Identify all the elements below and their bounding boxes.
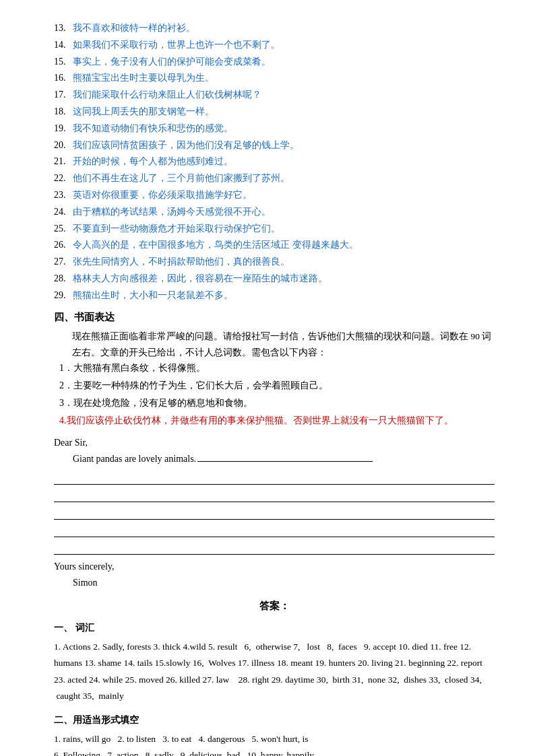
letter-first-line: Giant pandas are lovely animals. <box>73 451 495 467</box>
section4-title: 四、书面表达 <box>54 309 495 327</box>
line-29: 29. 熊猫出生时，大小和一只老鼠差不多。 <box>54 287 495 304</box>
section1-content: 1. Actions 2. Sadly, forests 3. thick 4.… <box>54 639 495 704</box>
letter-section: Dear Sir, Giant pandas are lovely animal… <box>54 435 495 590</box>
prompt-item-4: 4.我们应该停止砍伐竹林，并做些有用的事来保护熊猫。否则世界上就没有一只大熊猫留… <box>59 413 495 429</box>
line-21: 21. 开始的时候，每个人都为他感到难过。 <box>54 153 495 170</box>
section2-title: 二、用适当形式填空 <box>54 712 495 728</box>
line-17: 17. 我们能采取什么行动来阻止人们砍伐树林呢？ <box>54 87 495 103</box>
line-22: 22. 他们不再生在这儿了，三个月前他们家搬到了苏州。 <box>54 170 495 186</box>
page-container: 13. 我不喜欢和彼特一样的衬衫。 14. 如果我们不采取行动，世界上也许一个也… <box>54 20 495 756</box>
line-16: 16. 熊猫宝宝出生时主要以母乳为生。 <box>54 70 495 86</box>
letter-opening: Dear Sir, <box>54 435 495 451</box>
letter-line-4 <box>54 524 495 537</box>
prompt-item-3: 3．现在处境危险，没有足够的栖息地和食物。 <box>59 395 495 411</box>
prompt-item-1: 1．大熊猫有黑白条纹，长得像熊。 <box>59 360 495 376</box>
line-18: 18. 这同我上周丢失的那支钢笔一样。 <box>54 104 495 120</box>
line-19: 19. 我不知道动物们有快乐和悲伤的感觉。 <box>54 121 495 137</box>
line-28: 28. 格林夫人方向感很差，因此，很容易在一座陌生的城市迷路。 <box>54 271 495 287</box>
line-13: 13. 我不喜欢和彼特一样的衬衫。 <box>54 20 495 36</box>
section4-intro: 现在熊猫正面临着非常严峻的问题。请给报社写一封信，告诉他们大熊猫的现状和问题。词… <box>54 329 495 360</box>
section1-title: 一、 词汇 <box>54 620 495 636</box>
line-23: 23. 英语对你很重要，你必须采取措施学好它。 <box>54 187 495 203</box>
answer-title: 答案： <box>54 598 495 615</box>
letter-name: Simon <box>73 575 495 591</box>
letter-line-2 <box>54 489 495 502</box>
section4: 四、书面表达 现在熊猫正面临着非常严峻的问题。请给报社写一封信，告诉他们大熊猫的… <box>54 309 495 429</box>
line-15: 15. 事实上，兔子没有人们的保护可能会变成菜肴。 <box>54 54 495 70</box>
section2-line-1: 1. rains, will go 2. to listen 3. to eat… <box>54 731 495 747</box>
line-24: 24. 由于糟糕的考试结果，汤姆今天感觉很不开心。 <box>54 204 495 220</box>
answer-section: 答案： 一、 词汇 1. Actions 2. Sadly, forests 3… <box>54 598 495 756</box>
letter-closing: Yours sincerely, <box>54 559 495 575</box>
section2-line-2: 6. Following 7. action 8. sadly 9. delic… <box>54 747 495 756</box>
section2-content: 1. rains, will go 2. to listen 3. to eat… <box>54 731 495 756</box>
line-27: 27. 张先生同情穷人，不时捐款帮助他们，真的很善良。 <box>54 254 495 270</box>
line-20: 20. 我们应该同情贫困孩子，因为他们没有足够的钱上学。 <box>54 137 495 153</box>
line-26: 26. 令人高兴的是，在中国很多地方，鸟类的生活区域正 变得越来越大。 <box>54 237 495 253</box>
letter-line-3 <box>54 506 495 520</box>
prompt-item-2: 2．主要吃一种特殊的竹子为生，它们长大后，会学着照顾自己。 <box>59 378 495 394</box>
line-25: 25. 不要直到一些动物濒危才开始采取行动保护它们。 <box>54 221 495 237</box>
numbered-lines-section: 13. 我不喜欢和彼特一样的衬衫。 14. 如果我们不采取行动，世界上也许一个也… <box>54 20 495 304</box>
letter-line-5 <box>54 541 495 555</box>
letter-line-1 <box>54 471 495 485</box>
line-14: 14. 如果我们不采取行动，世界上也许一个也不剩了。 <box>54 37 495 53</box>
